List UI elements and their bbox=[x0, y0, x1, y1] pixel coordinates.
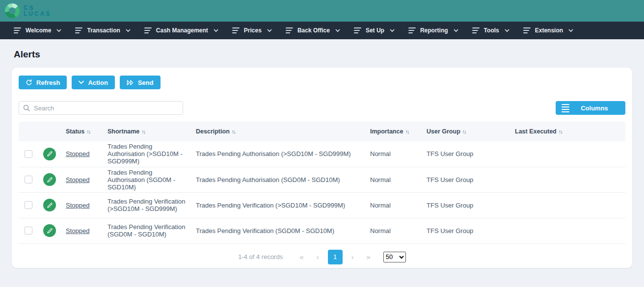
page-size-select[interactable]: 50 bbox=[383, 252, 406, 262]
toolbar: Refresh Action Send bbox=[19, 76, 625, 89]
description-cell: Trades Pending Verification (>SGD10M - S… bbox=[192, 192, 366, 218]
columns-label: Columns bbox=[569, 104, 619, 112]
menu-lines-icon bbox=[408, 27, 416, 33]
nav-item-set-up[interactable]: Set Up bbox=[347, 22, 402, 39]
chevron-down-icon bbox=[126, 29, 131, 32]
chevron-down-icon bbox=[505, 29, 510, 32]
importance-cell: Normal bbox=[366, 167, 423, 192]
pencil-icon bbox=[47, 177, 53, 183]
status-link[interactable]: Stopped bbox=[66, 176, 89, 183]
nav-item-label: Welcome bbox=[26, 27, 51, 34]
nav-item-transaction[interactable]: Transaction bbox=[68, 22, 137, 39]
row-checkbox[interactable] bbox=[25, 176, 32, 183]
first-page-button[interactable]: « bbox=[295, 253, 307, 261]
nav-item-cash-management[interactable]: Cash Management bbox=[137, 22, 225, 39]
nav-item-extension[interactable]: Extension bbox=[516, 22, 580, 39]
nav-item-tools[interactable]: Tools bbox=[465, 22, 516, 39]
chevron-down-icon bbox=[454, 29, 458, 32]
next-page-button[interactable]: › bbox=[348, 253, 358, 261]
pagination: 1-4 of 4 records « ‹ 1 › » 50 bbox=[19, 250, 625, 264]
columns-button[interactable]: Columns bbox=[556, 101, 625, 115]
action-label: Action bbox=[88, 79, 107, 86]
table-row: Stopped Trades Pending Verification (SGD… bbox=[19, 218, 625, 243]
table-row: Stopped Trades Pending Verification (>SG… bbox=[19, 192, 625, 218]
search-icon bbox=[23, 104, 30, 111]
last-page-button[interactable]: » bbox=[363, 253, 375, 261]
search-input[interactable] bbox=[19, 101, 183, 115]
sort-icon[interactable]: ↑↓ bbox=[141, 129, 145, 134]
status-link[interactable]: Stopped bbox=[66, 202, 89, 209]
row-checkbox[interactable] bbox=[25, 150, 32, 158]
send-label: Send bbox=[138, 79, 154, 86]
edit-button[interactable] bbox=[43, 199, 56, 211]
pencil-icon bbox=[47, 202, 53, 209]
nav-item-label: Transaction bbox=[87, 27, 120, 34]
header-user-group[interactable]: User Group↑↓ bbox=[423, 122, 511, 141]
header-description[interactable]: Description↑↓ bbox=[192, 122, 366, 141]
current-page-button[interactable]: 1 bbox=[328, 250, 343, 264]
refresh-button[interactable]: Refresh bbox=[19, 76, 67, 89]
header-edit bbox=[39, 122, 62, 141]
header-last-executed[interactable]: Last Executed↑↓ bbox=[511, 122, 625, 141]
chevron-down-icon bbox=[390, 29, 395, 32]
nav-item-back-office[interactable]: Back Office bbox=[279, 22, 347, 39]
columns-lines-icon bbox=[562, 104, 569, 112]
header-importance[interactable]: Importance↑↓ bbox=[366, 122, 423, 141]
send-button[interactable]: Send bbox=[120, 76, 161, 89]
nav-item-reporting[interactable]: Reporting bbox=[402, 22, 465, 39]
nav-item-prices[interactable]: Prices bbox=[225, 22, 279, 39]
header-shortname[interactable]: Shortname↑↓ bbox=[104, 122, 192, 141]
menu-lines-icon bbox=[354, 27, 361, 33]
menu-lines-icon bbox=[14, 27, 21, 33]
records-summary: 1-4 of 4 records bbox=[238, 253, 283, 261]
status-link[interactable]: Stopped bbox=[66, 150, 89, 157]
nav-item-welcome[interactable]: Welcome bbox=[7, 22, 68, 39]
nav-item-label: Tools bbox=[484, 27, 499, 34]
status-link[interactable]: Stopped bbox=[66, 227, 89, 235]
main-nav: Welcome Transaction Cash Management Pric… bbox=[0, 22, 644, 39]
search-box bbox=[19, 101, 183, 115]
lastexecuted-cell bbox=[511, 218, 625, 243]
menu-lines-icon bbox=[472, 27, 480, 33]
sort-icon[interactable]: ↑↓ bbox=[559, 129, 562, 134]
edit-button[interactable] bbox=[43, 148, 56, 160]
sort-icon[interactable]: ↑↓ bbox=[405, 129, 408, 134]
menu-lines-icon bbox=[286, 27, 293, 33]
shortname-cell: Trades Pending Authorisation (SGD0M - SG… bbox=[104, 167, 192, 192]
prev-page-button[interactable]: ‹ bbox=[313, 253, 323, 261]
description-cell: Trades Pending Authorisation (>SGD10M - … bbox=[192, 141, 366, 167]
app-header: CS LUCAS bbox=[0, 0, 644, 22]
sort-icon[interactable]: ↑↓ bbox=[232, 129, 235, 134]
nav-item-label: Reporting bbox=[420, 27, 448, 34]
page-title: Alerts bbox=[14, 49, 630, 60]
table-row: Stopped Trades Pending Authorisation (>S… bbox=[19, 141, 625, 167]
chevron-down-icon bbox=[56, 29, 61, 32]
chevron-down-icon bbox=[335, 29, 340, 32]
usergroup-cell: TFS User Group bbox=[423, 192, 511, 218]
action-button[interactable]: Action bbox=[72, 76, 114, 89]
pencil-icon bbox=[47, 151, 53, 157]
shortname-cell: Trades Pending Verification (>SGD10M - S… bbox=[104, 192, 192, 218]
logo-line2: LUCAS bbox=[24, 11, 51, 17]
chevron-down-icon bbox=[79, 80, 84, 84]
lastexecuted-cell bbox=[511, 192, 625, 218]
sort-icon[interactable]: ↑↓ bbox=[86, 129, 90, 134]
logo-donut-icon bbox=[5, 3, 20, 18]
usergroup-cell: TFS User Group bbox=[423, 167, 511, 192]
pencil-icon bbox=[47, 228, 53, 234]
chevron-down-icon bbox=[214, 29, 218, 32]
filter-row: Columns bbox=[19, 101, 625, 115]
edit-button[interactable] bbox=[43, 224, 56, 237]
row-checkbox[interactable] bbox=[25, 227, 32, 235]
nav-item-label: Set Up bbox=[366, 27, 384, 34]
app-logo[interactable]: CS LUCAS bbox=[5, 3, 51, 18]
sort-icon[interactable]: ↑↓ bbox=[462, 129, 466, 134]
nav-item-label: Prices bbox=[244, 27, 262, 34]
lastexecuted-cell bbox=[511, 167, 625, 192]
refresh-icon bbox=[26, 79, 32, 86]
edit-button[interactable] bbox=[43, 173, 56, 186]
shortname-cell: Trades Pending Verification (SGD0M - SGD… bbox=[104, 218, 192, 243]
row-checkbox[interactable] bbox=[25, 201, 32, 209]
header-checkbox bbox=[19, 122, 39, 141]
header-status[interactable]: Status↑↓ bbox=[62, 122, 104, 141]
